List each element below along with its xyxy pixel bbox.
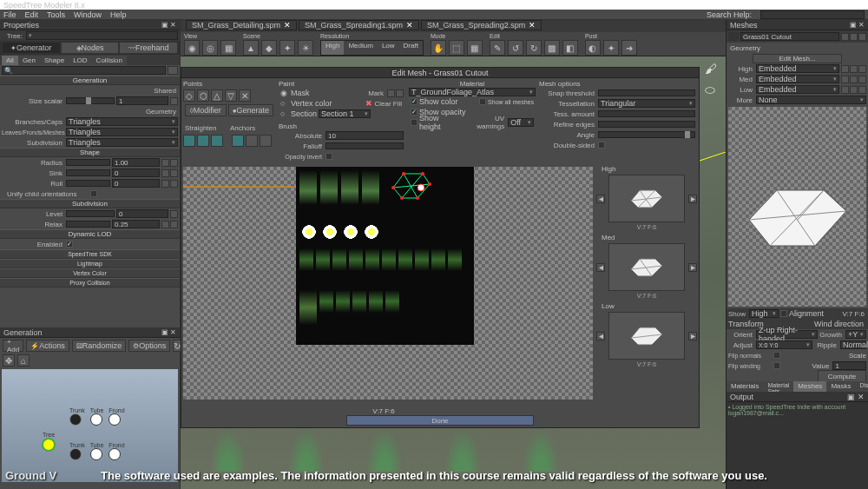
unify-checkbox[interactable] (90, 190, 97, 197)
mesh-btn-2[interactable] (850, 33, 858, 41)
view-btn-1[interactable]: ◉ (184, 40, 200, 56)
edit-btn-2[interactable]: ↺ (508, 40, 523, 56)
gen-nav-icon[interactable]: ✥ (3, 354, 15, 367)
viewport-3d[interactable]: 🖌 ⬭ Edit Mesh - Grass01 Cutout Points ◇ … (181, 56, 726, 489)
roll-value[interactable]: 0 (112, 179, 160, 188)
mode-btn-3[interactable]: ▦ (467, 40, 483, 56)
btab-matsets[interactable]: Material Sets (763, 381, 793, 392)
gen-home-icon[interactable]: ⌂ (17, 354, 30, 367)
search-help-input[interactable] (760, 10, 865, 19)
filter-lod[interactable]: LOD (69, 56, 91, 65)
lod-low-right[interactable]: ▸ (688, 332, 697, 340)
lod-low-left[interactable]: ◂ (596, 332, 605, 340)
res-draft[interactable]: Draft (399, 41, 423, 55)
lod-med-left[interactable]: ◂ (596, 263, 605, 272)
mesh-btn-3[interactable] (858, 33, 866, 41)
brush-tool-icon[interactable]: 🖌 (705, 62, 720, 77)
section-subdiv2[interactable]: Subdivision (0, 199, 180, 208)
mode-freehand[interactable]: 〰 Freehand (119, 42, 178, 54)
post-btn-3[interactable]: ➜ (621, 40, 637, 56)
gen-actions[interactable]: ⚡ Actions (26, 340, 69, 352)
gen-add[interactable]: + Add (3, 340, 23, 352)
angle-slider[interactable] (598, 131, 695, 138)
section-select[interactable]: Section 1 (319, 109, 371, 118)
gen-randomize[interactable]: ⚄ Randomize (72, 340, 127, 352)
mode-btn-1[interactable]: ✋ (431, 40, 446, 56)
adjust-select[interactable]: X:0 Y:0 (756, 340, 812, 349)
tree-select[interactable] (26, 31, 178, 40)
edit-btn-3[interactable]: ↻ (526, 40, 542, 56)
tab-0[interactable]: SM_Grass_Detailing.spm✕ (186, 20, 297, 30)
uv-select[interactable]: Off (508, 118, 534, 127)
mesh-name-field[interactable]: Grass01 Cutout (740, 32, 839, 41)
more-select[interactable]: None (756, 96, 866, 104)
edit-btn-5[interactable]: ◧ (562, 40, 578, 56)
lod-med-right[interactable]: ▸ (688, 263, 697, 272)
relax-slider[interactable] (66, 221, 110, 228)
doublesided-cb[interactable] (598, 142, 605, 149)
mode-btn-2[interactable]: ⬚ (449, 40, 464, 56)
subdiv-select[interactable]: Triangles (66, 138, 178, 147)
atlas-view[interactable] (183, 167, 593, 400)
enabled-checkbox[interactable] (66, 241, 73, 248)
post-btn-2[interactable]: ✦ (603, 40, 619, 56)
tess-select[interactable]: Triangular (598, 99, 695, 108)
section-dynlod[interactable]: Dynamic LOD (0, 229, 180, 239)
view-btn-2[interactable]: ◎ (202, 40, 218, 56)
edit-btn-4[interactable]: ▩ (544, 40, 560, 56)
absolute-val[interactable]: 10 (326, 131, 404, 140)
relax-value[interactable]: 0.25 (112, 220, 160, 228)
radius-slider[interactable] (66, 159, 110, 166)
pt-btn-5[interactable]: ✕ (239, 89, 251, 102)
mode-nodes[interactable]: ◈ Nodes (61, 42, 120, 54)
edit-mesh-btn[interactable]: Edit Mesh... (753, 54, 842, 63)
str-btn-1[interactable] (183, 135, 195, 147)
high-select[interactable]: Embedded (756, 64, 839, 73)
view-btn-3[interactable]: ▦ (220, 40, 236, 56)
tessamt-slider[interactable] (598, 110, 695, 117)
anc-btn-3[interactable] (260, 135, 272, 147)
sink-slider[interactable] (66, 169, 110, 176)
align-cb[interactable] (780, 310, 787, 317)
flipw-cb[interactable] (773, 362, 780, 369)
edit-btn-1[interactable]: ✎ (490, 40, 505, 56)
anc-btn-2[interactable] (246, 135, 258, 147)
growth-sel[interactable]: +Y (845, 330, 866, 339)
lod-med-preview[interactable] (608, 243, 685, 291)
str-btn-2[interactable] (197, 135, 209, 147)
tab-close-icon[interactable]: ✕ (284, 21, 291, 30)
eraser-tool-icon[interactable]: ⬭ (705, 83, 720, 98)
pt-btn-1[interactable]: ◇ (183, 89, 195, 102)
generate-btn[interactable]: ● Generate (228, 104, 273, 116)
pt-btn-3[interactable]: △ (211, 89, 223, 102)
section-lightmap[interactable]: Lightmap (0, 259, 180, 268)
menu-edit[interactable]: Edit (25, 10, 39, 19)
showcolor-cb[interactable] (411, 98, 418, 105)
btab-disp[interactable]: Displacements (856, 381, 869, 392)
menu-file[interactable]: File (3, 10, 16, 19)
mesh-btn-1[interactable] (841, 33, 849, 41)
tab-1[interactable]: SM_Grass_Spreading1.spm✕ (299, 20, 419, 30)
filter-shape[interactable]: Shape (40, 56, 69, 65)
property-search[interactable]: 🔍 (2, 66, 166, 75)
scene-btn-4[interactable]: ☀ (298, 40, 313, 56)
btab-materials[interactable]: Materials (727, 381, 763, 392)
scene-btn-3[interactable]: ✦ (279, 40, 295, 56)
showheight-cb[interactable] (411, 119, 418, 126)
showall-cb[interactable] (479, 98, 486, 105)
lod-low-preview[interactable] (608, 312, 685, 360)
refine-slider[interactable] (598, 121, 695, 128)
snap-slider[interactable] (598, 89, 695, 96)
leaves-select[interactable]: Triangles (66, 128, 178, 136)
section-vcolor[interactable]: Vertex Color (0, 268, 180, 278)
lod-high-left[interactable]: ◂ (596, 195, 605, 203)
low-select[interactable]: Embedded (756, 85, 839, 94)
scale-value[interactable]: 1 (832, 361, 866, 370)
modifier-btn[interactable]: ◊ Modifier (185, 104, 227, 116)
section-generation[interactable]: Generation (0, 76, 180, 85)
mesh-large-preview[interactable] (728, 107, 866, 307)
mark-box-2[interactable] (396, 89, 404, 97)
pt-btn-4[interactable]: ▽ (225, 89, 237, 102)
section-shape[interactable]: Shape (0, 148, 180, 157)
section-sdk[interactable]: SpeedTree SDK (0, 249, 180, 259)
